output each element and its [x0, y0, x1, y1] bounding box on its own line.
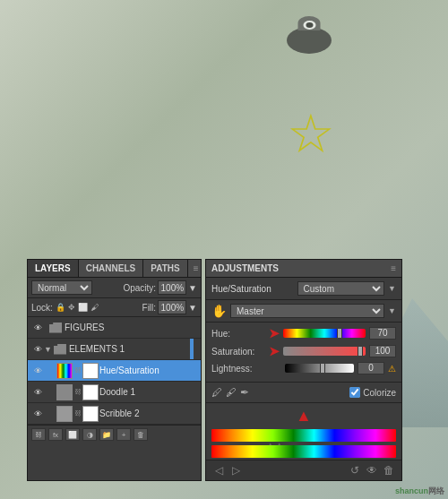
link-layers-icon[interactable]: ⛓ — [31, 428, 46, 441]
fill-input[interactable] — [158, 300, 186, 314]
saturation-value[interactable]: 100 — [369, 345, 396, 357]
hand-icon[interactable]: ✋ — [211, 304, 227, 318]
move-icon[interactable]: ✥ — [68, 303, 75, 312]
adjustments-panel: ADJUSTMENTS ≡ Hue/Saturation Custom Defa… — [205, 259, 402, 481]
link-icon-scribble2: ⛓ — [74, 408, 82, 420]
saturation-slider-row: Saturation: ➤ 100 — [211, 344, 396, 358]
fill-label: Fill: — [142, 303, 157, 313]
colorize-row: Colorize — [349, 387, 396, 398]
layer-name-figures: FIGURES — [65, 323, 197, 332]
eye-icon-elements1[interactable]: 👁 — [31, 343, 44, 356]
eye-icon-doodle1[interactable]: 👁 — [31, 386, 44, 399]
adj-header: ADJUSTMENTS ≡ — [206, 260, 401, 278]
mask-doodle1 — [82, 384, 99, 400]
hue-track[interactable] — [283, 329, 366, 338]
panel-tabs: LAYERS CHANNELS PATHS ≡ — [28, 260, 201, 278]
link-icon-doodle1: ⛓ — [74, 386, 82, 399]
lightness-label: Lightness: — [211, 364, 265, 374]
tab-channels[interactable]: CHANNELS — [79, 260, 144, 277]
hue-value[interactable]: 70 — [369, 327, 396, 340]
tab-paths[interactable]: PATHS — [143, 260, 187, 277]
lightness-thumb[interactable] — [320, 364, 325, 373]
opacity-arrow: ▼ — [188, 283, 197, 293]
adj-type-label: Hue/Saturation — [211, 284, 294, 294]
watermark-brand: shancun — [395, 486, 428, 495]
layer-name-elements1: ELEMENTS 1 — [69, 344, 197, 354]
panels-container: LAYERS CHANNELS PATHS ≡ Normal Multiply … — [27, 259, 402, 481]
spectrum-bar: ▲ ▲ — [211, 429, 396, 442]
adj-panel-title: ADJUSTMENTS — [211, 263, 279, 273]
layers-toolbar: ⛓ fx ⬜ ◑ 📁 + 🗑 — [28, 425, 201, 443]
lock-fill-row: Lock: 🔒 ✥ ⬜ 🖌 Fill: ▼ — [28, 298, 201, 317]
layers-panel: LAYERS CHANNELS PATHS ≡ Normal Multiply … — [27, 259, 202, 481]
lock-toggle[interactable]: 🔒 — [56, 303, 65, 312]
lightness-slider-row: Lightness: 0 ⚠ — [211, 362, 396, 374]
layer-row-doodle1[interactable]: 👁 ⛓ Doodle 1 — [28, 382, 201, 403]
adjustment-icon[interactable]: ◑ — [82, 428, 97, 441]
master-channel-select[interactable]: Master Reds Greens — [230, 304, 384, 318]
fx-icon[interactable]: fx — [48, 428, 63, 441]
colorize-label: Colorize — [363, 388, 396, 398]
layer-row-elements1[interactable]: 👁 ▼ ELEMENTS 1 — [28, 339, 201, 360]
layer-name-huesat: Hue/Saturation — [99, 366, 197, 375]
eyedropper-icon[interactable]: 🖊 — [211, 386, 222, 399]
watermark: shancun网络 — [395, 486, 444, 497]
eye-icon-scribble2[interactable]: 👁 — [31, 408, 44, 420]
eye-icon-figures[interactable]: 👁 — [31, 322, 44, 334]
folder-icon-figures — [49, 323, 62, 333]
lightness-value[interactable]: 0 — [358, 362, 384, 374]
visibility-icon[interactable]: 👁 — [365, 464, 379, 477]
adj-bottom-toolbar: ◁ ▷ ↺ 👁 🗑 — [206, 460, 401, 480]
adj-nav-icons: ◁ ▷ — [211, 464, 243, 477]
tab-layers[interactable]: LAYERS — [28, 260, 79, 277]
master-arrow: ▼ — [388, 306, 396, 315]
transparent-icon[interactable]: ⬜ — [78, 303, 88, 312]
opacity-label: Opacity: — [123, 283, 156, 293]
reset-icon[interactable]: ↺ — [348, 464, 362, 477]
hue-label: Hue: — [211, 329, 265, 339]
layer-row-scribble2[interactable]: 👁 ⛓ Scribble 2 — [28, 403, 201, 425]
star-decoration: ☆ — [287, 108, 340, 161]
brush-icon[interactable]: 🖌 — [90, 303, 99, 312]
red-up-arrow: ▲ — [296, 407, 312, 426]
eyedropper-plus-icon[interactable]: 🖋 — [226, 386, 237, 399]
warning-icon: ⚠ — [388, 364, 396, 374]
saturation-track[interactable] — [283, 347, 366, 356]
lightness-track[interactable] — [285, 364, 354, 373]
eyedropper-minus-icon[interactable]: ✒ — [240, 386, 249, 399]
folder-icon-elements1 — [54, 344, 66, 355]
layer-name-scribble2: Scribble 2 — [99, 409, 197, 418]
group-icon[interactable]: 📁 — [99, 428, 114, 441]
adj-menu-icon[interactable]: ≡ — [391, 263, 396, 273]
mask-scribble2 — [82, 406, 99, 422]
blue-scroll-indicator — [190, 339, 194, 359]
forward-icon[interactable]: ▷ — [228, 464, 243, 477]
layer-row-huesat[interactable]: 👁 ⛓ Hue/Saturation — [28, 360, 201, 382]
thumb-huesat — [56, 363, 73, 379]
eye-icon-huesat[interactable]: 👁 — [31, 365, 44, 377]
colorize-checkbox[interactable] — [349, 387, 360, 398]
adj-preset-select[interactable]: Custom Default — [297, 281, 385, 296]
red-arrow-section: ▲ — [206, 403, 401, 429]
panel-menu-icon[interactable]: ≡ — [188, 260, 204, 277]
sliders-section: Hue: ➤ 70 Saturation: ➤ 100 Lightness: — [206, 323, 401, 383]
adj-type-row: Hue/Saturation Custom Default ▼ — [206, 278, 401, 300]
hue-thumb[interactable] — [337, 329, 342, 338]
delete-layer-icon[interactable]: 🗑 — [134, 428, 148, 441]
expand-arrow-elements1[interactable]: ▼ — [44, 345, 52, 354]
saturation-thumb[interactable] — [358, 347, 363, 356]
trash-icon[interactable]: 🗑 — [382, 464, 396, 477]
link-icon-huesat: ⛓ — [74, 365, 82, 377]
saturation-label: Saturation: — [211, 347, 265, 357]
lock-label: Lock: — [31, 303, 53, 313]
colorize-section: 🖊 🖋 ✒ Colorize — [206, 383, 401, 403]
opacity-input[interactable] — [158, 280, 186, 295]
new-layer-icon[interactable]: + — [116, 428, 131, 441]
mask-add-icon[interactable]: ⬜ — [65, 428, 80, 441]
back-icon[interactable]: ◁ — [211, 464, 226, 477]
layer-row-figures[interactable]: 👁 FIGURES — [28, 317, 201, 339]
hue-arrow-icon: ➤ — [269, 326, 280, 340]
blend-mode-select[interactable]: Normal Multiply Screen — [31, 280, 92, 295]
thumb-doodle1 — [56, 384, 73, 400]
layer-name-doodle1: Doodle 1 — [99, 387, 197, 397]
